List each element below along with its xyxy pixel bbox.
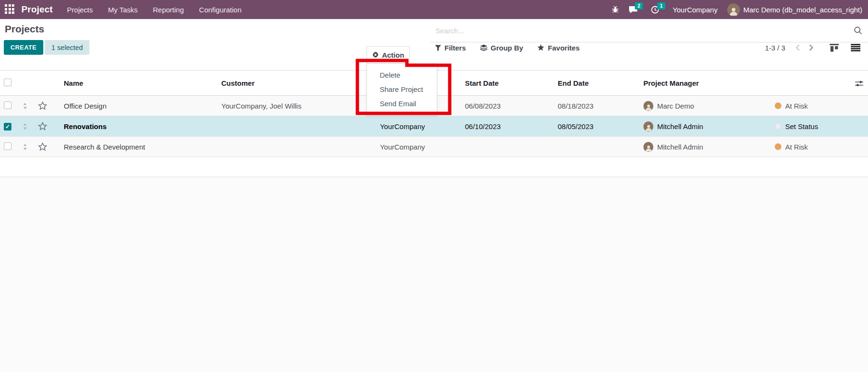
end-date-cell: 08/05/2023 [558, 122, 643, 131]
table-row[interactable]: ✓RenovationsYourCompany06/10/202308/05/2… [0, 116, 868, 137]
company-switcher[interactable]: YourCompany [672, 6, 718, 14]
favorites-button[interactable]: Favorites [537, 44, 580, 52]
row-checkbox[interactable]: ✓ [4, 123, 11, 131]
project-name-cell: Research & Development [53, 143, 219, 151]
end-date-cell: 08/18/2023 [558, 102, 643, 110]
layers-icon [480, 44, 487, 51]
groupby-button[interactable]: Group By [480, 44, 523, 52]
status-cell[interactable]: At Risk [771, 102, 868, 110]
action-menu-item-share-project[interactable]: Share Project [367, 82, 437, 97]
filter-funnel-icon [435, 45, 441, 51]
project-manager-cell: Mitchell Admin [643, 121, 771, 131]
manager-name: Marc Demo [657, 102, 694, 110]
user-menu[interactable]: Marc Demo (db_model_access_right) [727, 3, 862, 16]
messages-count-badge: 2 [635, 2, 642, 10]
action-dropdown: Action DeleteShare ProjectSend Email [366, 46, 410, 63]
start-date-cell: 06/08/2023 [465, 102, 558, 110]
top-menu-projects[interactable]: Projects [67, 6, 93, 14]
project-manager-cell: Marc Demo [643, 101, 771, 111]
manager-name: Mitchell Admin [657, 143, 703, 151]
drag-handle-icon[interactable] [23, 123, 36, 130]
page-title: Projects [5, 23, 44, 35]
column-options-sliders-icon[interactable] [855, 80, 863, 88]
gear-icon [372, 51, 379, 58]
search-facets: Filters Group By Favorites [435, 40, 580, 55]
top-navbar: Project ProjectsMy TasksReportingConfigu… [0, 0, 868, 19]
action-button[interactable]: Action [366, 46, 410, 63]
top-menu-configuration[interactable]: Configuration [199, 6, 241, 14]
list-view-button[interactable] [850, 43, 861, 52]
column-header-project-manager[interactable]: Project Manager [643, 79, 771, 87]
row-checkbox[interactable] [4, 101, 11, 109]
select-all-checkbox[interactable] [4, 79, 11, 86]
customer-cell: YourCompany [219, 143, 465, 151]
drag-handle-icon[interactable] [23, 103, 36, 109]
table-row[interactable]: Research & DevelopmentYourCompanyMitchel… [0, 137, 868, 157]
top-menu-my-tasks[interactable]: My Tasks [108, 6, 138, 14]
kanban-view-button[interactable] [829, 43, 840, 53]
row-checkbox[interactable] [4, 142, 11, 150]
search-input[interactable] [435, 27, 854, 35]
favorite-star-icon[interactable] [38, 101, 53, 110]
create-button[interactable]: CREATE [4, 40, 43, 55]
action-menu-item-send-email[interactable]: Send Email [367, 97, 437, 111]
manager-avatar [643, 121, 653, 131]
pager-previous-button[interactable] [794, 43, 801, 52]
messages-icon[interactable]: 2 [629, 6, 638, 13]
selection-count-badge: 1 selected [45, 40, 89, 55]
user-avatar [727, 3, 740, 16]
app-name[interactable]: Project [21, 4, 53, 15]
start-date-cell: 06/10/2023 [465, 122, 558, 131]
table-empty-row [0, 157, 868, 177]
column-header-end-date[interactable]: End Date [558, 79, 643, 87]
activities-count-badge: 1 [657, 2, 665, 10]
customer-cell: YourCompany [219, 122, 465, 131]
action-menu-item-delete[interactable]: Delete [367, 68, 437, 82]
status-indicator[interactable] [775, 102, 781, 109]
top-menus: ProjectsMy TasksReportingConfiguration [67, 6, 242, 14]
favorite-star-icon[interactable] [38, 122, 53, 131]
activities-clock-icon[interactable]: 1 [651, 6, 659, 14]
pager-next-button[interactable] [808, 43, 815, 52]
status-cell[interactable]: At Risk [771, 143, 868, 151]
project-name-cell: Renovations [53, 122, 219, 131]
status-cell[interactable]: Set Status [771, 122, 868, 131]
manager-avatar [643, 101, 653, 111]
favorites-star-icon [537, 44, 544, 51]
column-header-start-date[interactable]: Start Date [465, 79, 558, 87]
debug-bug-icon[interactable] [612, 6, 619, 13]
pager-range: 1-3 / 3 [765, 44, 785, 52]
manager-avatar [643, 142, 653, 152]
project-name-cell: Office Design [53, 102, 219, 110]
search-icon[interactable] [854, 26, 862, 35]
user-name: Marc Demo (db_model_access_right) [743, 6, 862, 14]
manager-name: Mitchell Admin [657, 122, 703, 131]
status-label: Set Status [785, 122, 818, 131]
filters-button[interactable]: Filters [435, 44, 466, 52]
status-label: At Risk [785, 102, 808, 110]
favorite-star-icon[interactable] [38, 142, 53, 151]
apps-menu-icon[interactable] [5, 4, 15, 15]
content-background [0, 177, 868, 372]
top-menu-reporting[interactable]: Reporting [153, 6, 184, 14]
status-indicator[interactable] [775, 123, 781, 130]
pager: 1-3 / 3 [765, 40, 861, 55]
drag-handle-icon[interactable] [23, 144, 36, 150]
project-manager-cell: Mitchell Admin [643, 142, 771, 152]
systray: 2 1 YourCompany Marc Demo (db_model_acce… [612, 3, 864, 16]
action-menu: DeleteShare ProjectSend Email [366, 63, 437, 116]
column-header-name[interactable]: Name [53, 79, 219, 87]
status-indicator[interactable] [775, 143, 781, 150]
status-label: At Risk [785, 143, 808, 151]
search-bar [431, 19, 868, 42]
